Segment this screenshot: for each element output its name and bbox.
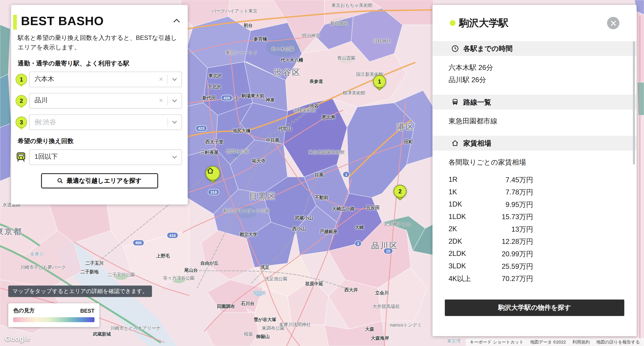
chevron-down-icon	[172, 120, 177, 124]
station-number-badge: 1	[16, 73, 27, 85]
station-name: 駒沢大学駅	[459, 17, 508, 30]
color-legend: 色の見方 BEST	[8, 303, 99, 327]
app-title: BEST BASHO	[21, 14, 180, 28]
info-line: 品川駅 26分	[448, 74, 620, 87]
rent-row: 2K13万円	[448, 223, 533, 236]
info-line: 東急田園都市線	[448, 115, 620, 128]
time-lines: 六本木駅 26分品川駅 26分	[432, 56, 636, 95]
rent-row: 2LDK20.99万円	[448, 248, 533, 260]
station-row-1: 1 ×	[29, 71, 182, 87]
chevron-down-icon	[172, 78, 177, 81]
marker-number: 2	[398, 188, 402, 195]
dropdown-toggle[interactable]	[168, 155, 182, 159]
transfer-row: 1回以下	[29, 149, 182, 165]
rent-price: 7.45万円	[506, 175, 533, 185]
stations-label: 通勤・通学の最寄り駅、よく利用する駅	[18, 60, 181, 68]
station-row-3: 3	[29, 114, 182, 130]
rent-price: 13万円	[511, 224, 533, 234]
info-line: 六本木駅 26分	[448, 62, 620, 74]
rent-row: 1R7.45万円	[448, 174, 533, 186]
chevron-up-icon	[173, 18, 180, 23]
transfer-label: 希望の乗り換え回数	[18, 137, 181, 145]
station-input-3[interactable]	[30, 118, 167, 126]
rent-type: 4K以上	[448, 274, 471, 283]
attribution-link[interactable]: 地図の誤りを報告する	[596, 339, 640, 345]
google-logo[interactable]: Google	[5, 335, 30, 343]
dropdown-toggle[interactable]	[168, 78, 182, 81]
station-number-badge: 2	[16, 95, 27, 106]
rent-type: 2LDK	[448, 250, 466, 258]
rent-table: 1R7.45万円1K7.78万円1DK9.95万円1LDK15.73万円2K13…	[448, 174, 533, 285]
transfer-value: 1回以下	[30, 153, 168, 161]
lines-section-title: 路線一覧	[464, 97, 492, 107]
legend-best-label: BEST	[80, 307, 94, 314]
home-icon	[451, 139, 459, 147]
chevron-down-icon	[172, 99, 177, 102]
transfer-select[interactable]: 1回以下	[29, 149, 182, 165]
station-marker-2[interactable]: 2	[394, 185, 407, 198]
legend-gradient	[13, 317, 94, 322]
rent-type: 1K	[448, 188, 457, 196]
selected-station-marker[interactable]	[206, 166, 220, 181]
search-area-label: 最適な引越しエリアを探す	[67, 177, 142, 185]
rent-price: 70.27万円	[502, 274, 533, 283]
route-lines: 東急田園都市線	[432, 109, 636, 136]
station-row-2: 2 ×	[29, 93, 182, 108]
rent-subtitle: 各間取りごとの家賃相場	[448, 156, 620, 169]
rent-row: 3LDK25.59万円	[448, 260, 533, 272]
search-area-button[interactable]: 最適な引越しエリアを探す	[41, 173, 158, 188]
train-front-icon	[451, 98, 459, 106]
rent-row: 4K以上70.27万円	[448, 272, 533, 285]
train-icon	[15, 151, 27, 163]
station-input-1[interactable]	[30, 75, 155, 83]
marker-number: 1	[378, 78, 381, 85]
home-icon	[206, 167, 214, 175]
station-detail-panel: 駒沢大学駅 各駅までの時間 六本木駅 26分品川駅 26分 路線一覧 東急田園都…	[432, 5, 636, 336]
station-dot	[450, 20, 456, 26]
map-attribution: キーボード ショートカット地図データ ©2022利用規約地図の誤りを報告する	[466, 338, 644, 346]
rent-price: 12.28万円	[502, 237, 533, 246]
collapse-panel-button[interactable]	[173, 17, 180, 25]
rent-type: 1DK	[448, 200, 462, 209]
attribution-link[interactable]: 地図データ ©2022	[530, 339, 566, 345]
station-marker-1[interactable]: 1	[373, 75, 386, 88]
close-panel-button[interactable]	[607, 17, 620, 29]
rent-price: 20.99万円	[502, 249, 533, 259]
rent-type: 2DK	[448, 237, 462, 245]
rent-price: 25.59万円	[502, 262, 533, 271]
search-icon	[57, 178, 63, 184]
rent-section-header: 家賃相場	[432, 136, 636, 150]
page: 渋谷区目黒区品川区港区東京都パークハイアット東京東京おもちゃ美術館新宿御苑初台参…	[0, 0, 644, 346]
rent-row: 1LDK15.73万円	[448, 211, 533, 223]
dropdown-toggle[interactable]	[168, 99, 182, 102]
lines-section-header: 路線一覧	[432, 95, 636, 109]
map-hint-tooltip: マップをタップするとエリアの詳細を確認できます。	[8, 286, 152, 297]
clear-icon[interactable]: ×	[155, 76, 167, 83]
rent-row: 2DK12.28万円	[448, 235, 533, 248]
title-accent-bar	[13, 15, 17, 30]
best-basho-panel: BEST BASHO 駅名と希望の乗り換え回数を入力すると、BESTな引越しエリ…	[11, 5, 188, 205]
app-description: 駅名と希望の乗り換え回数を入力すると、BESTな引越しエリアを表示します。	[18, 33, 181, 52]
station-number-badge: 3	[16, 116, 27, 128]
attribution-link[interactable]: 利用規約	[572, 339, 590, 345]
rent-type: 2K	[448, 225, 457, 233]
rent-price: 7.78万円	[506, 188, 533, 197]
scrollbar-thumb[interactable]	[633, 41, 635, 165]
clear-icon[interactable]: ×	[155, 97, 167, 104]
rent-type: 1LDK	[448, 213, 466, 221]
rent-type: 3LDK	[448, 262, 466, 270]
rent-type: 1R	[448, 176, 457, 184]
rent-row: 1K7.78万円	[448, 186, 533, 198]
find-properties-button[interactable]: 駒沢大学駅の物件を探す	[445, 300, 624, 316]
time-section-header: 各駅までの時間	[432, 41, 636, 56]
legend-label: 色の見方	[13, 307, 34, 314]
chevron-down-icon	[172, 155, 177, 159]
dropdown-toggle[interactable]	[168, 120, 182, 124]
rent-row: 1DK9.95万円	[448, 198, 533, 211]
station-input-2[interactable]	[30, 97, 155, 104]
rent-section-title: 家賃相場	[464, 138, 492, 148]
rent-price: 9.95万円	[506, 200, 533, 209]
attribution-link[interactable]: キーボード ショートカット	[470, 339, 524, 345]
time-section-title: 各駅までの時間	[464, 44, 513, 53]
close-icon	[610, 20, 616, 26]
